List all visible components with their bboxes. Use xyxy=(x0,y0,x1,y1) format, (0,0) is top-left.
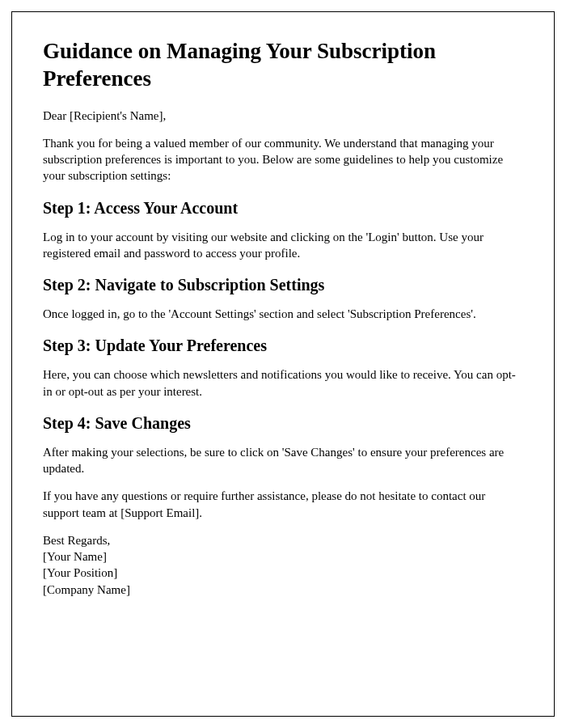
step1-body: Log in to your account by visiting our w… xyxy=(43,229,523,262)
signature-company: [Company Name] xyxy=(43,582,523,598)
intro-paragraph: Thank you for being a valued member of o… xyxy=(43,135,523,184)
closing: Best Regards, xyxy=(43,532,523,548)
step3-heading: Step 3: Update Your Preferences xyxy=(43,336,523,355)
signature-position: [Your Position] xyxy=(43,565,523,581)
step2-body: Once logged in, go to the 'Account Setti… xyxy=(43,306,523,322)
step1-heading: Step 1: Access Your Account xyxy=(43,199,523,218)
signature-name: [Your Name] xyxy=(43,548,523,565)
support-paragraph: If you have any questions or require fur… xyxy=(43,488,523,521)
page-title: Guidance on Managing Your Subscription P… xyxy=(43,38,523,93)
step2-heading: Step 2: Navigate to Subscription Setting… xyxy=(43,276,523,294)
document-page: Guidance on Managing Your Subscription P… xyxy=(11,11,555,717)
salutation: Dear [Recipient's Name], xyxy=(43,108,523,124)
step4-heading: Step 4: Save Changes xyxy=(43,414,523,433)
step4-body: After making your selections, be sure to… xyxy=(43,444,523,477)
step3-body: Here, you can choose which newsletters a… xyxy=(43,366,523,400)
